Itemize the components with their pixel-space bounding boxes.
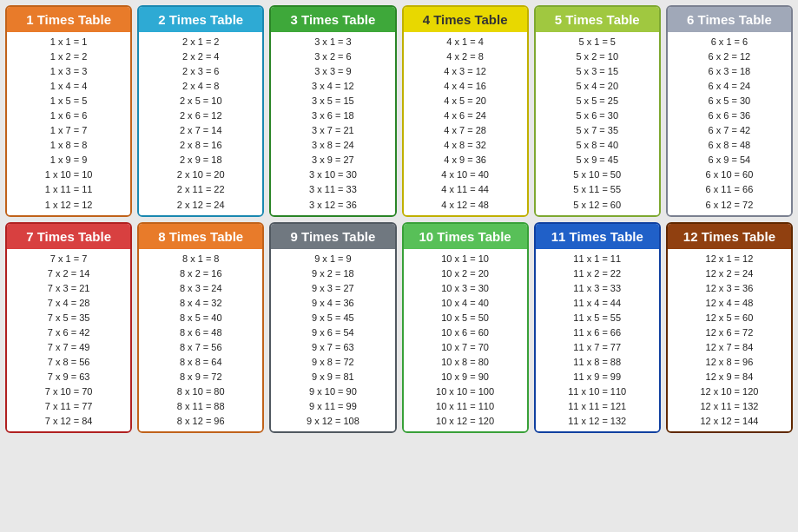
table-row: 6 x 12 = 72 [669, 198, 789, 213]
table-row: 2 x 5 = 10 [141, 94, 261, 108]
table-row: 1 x 7 = 7 [9, 123, 129, 138]
table-row: 2 x 6 = 12 [141, 108, 261, 123]
table-row: 9 x 4 = 36 [273, 296, 392, 311]
table-row: 5 x 6 = 30 [537, 108, 657, 123]
table-card-1: 1 Times Table1 x 1 = 11 x 2 = 21 x 3 = 3… [5, 5, 132, 217]
table-card-12: 12 Times Table12 x 1 = 1212 x 2 = 2412 x… [666, 222, 793, 434]
table-row: 12 x 6 = 72 [669, 325, 789, 340]
table-row: 4 x 9 = 36 [406, 153, 525, 167]
table-row: 8 x 10 = 80 [141, 384, 261, 399]
table-row: 4 x 1 = 4 [406, 35, 525, 49]
table-row: 10 x 12 = 120 [406, 414, 525, 429]
table-card-8: 8 Times Table8 x 1 = 88 x 2 = 168 x 3 = … [137, 222, 264, 434]
table-card-2: 2 Times Table2 x 1 = 22 x 2 = 42 x 3 = 6… [137, 5, 264, 217]
table-row: 5 x 2 = 10 [537, 49, 657, 64]
table-row: 12 x 11 = 132 [669, 399, 789, 414]
table-row: 9 x 6 = 54 [273, 325, 392, 340]
table-row: 2 x 7 = 14 [141, 123, 261, 138]
table-row: 9 x 11 = 99 [273, 399, 392, 414]
table-row: 5 x 12 = 60 [537, 198, 657, 213]
table-row: 6 x 8 = 48 [669, 138, 789, 153]
table-row: 3 x 4 = 12 [273, 79, 392, 94]
table-row: 11 x 10 = 110 [537, 384, 657, 399]
table-row: 8 x 7 = 56 [141, 340, 261, 355]
table-body-6: 6 x 1 = 66 x 2 = 126 x 3 = 186 x 4 = 246… [668, 32, 791, 215]
table-row: 9 x 5 = 45 [273, 311, 392, 325]
table-row: 7 x 7 = 49 [9, 340, 129, 355]
table-row: 5 x 5 = 25 [537, 94, 657, 108]
table-row: 1 x 8 = 8 [9, 138, 129, 153]
table-card-10: 10 Times Table10 x 1 = 1010 x 2 = 2010 x… [402, 222, 529, 434]
table-row: 1 x 3 = 3 [9, 64, 129, 79]
table-header-12: 12 Times Table [668, 224, 791, 249]
table-row: 3 x 3 = 9 [273, 64, 392, 79]
table-row: 3 x 2 = 6 [273, 49, 392, 64]
table-row: 8 x 2 = 16 [141, 266, 261, 281]
table-card-3: 3 Times Table3 x 1 = 33 x 2 = 63 x 3 = 9… [269, 5, 396, 217]
table-row: 2 x 10 = 20 [141, 167, 261, 182]
table-row: 8 x 3 = 24 [141, 281, 261, 296]
table-row: 6 x 3 = 18 [669, 64, 789, 79]
table-row: 5 x 11 = 55 [537, 182, 657, 197]
times-table-grid: 1 Times Table1 x 1 = 11 x 2 = 21 x 3 = 3… [5, 5, 793, 433]
table-row: 4 x 2 = 8 [406, 49, 525, 64]
table-row: 4 x 3 = 12 [406, 64, 525, 79]
table-row: 2 x 2 = 4 [141, 49, 261, 64]
table-row: 1 x 11 = 11 [9, 182, 129, 197]
table-body-8: 8 x 1 = 88 x 2 = 168 x 3 = 248 x 4 = 328… [139, 249, 262, 432]
table-row: 12 x 10 = 120 [669, 384, 789, 399]
table-row: 8 x 6 = 48 [141, 325, 261, 340]
table-row: 12 x 12 = 144 [669, 414, 789, 429]
table-row: 11 x 6 = 66 [537, 325, 657, 340]
table-row: 11 x 2 = 22 [537, 266, 657, 281]
table-row: 2 x 8 = 16 [141, 138, 261, 153]
table-row: 4 x 8 = 32 [406, 138, 525, 153]
table-row: 4 x 7 = 28 [406, 123, 525, 138]
table-row: 3 x 5 = 15 [273, 94, 392, 108]
table-row: 9 x 1 = 9 [273, 252, 392, 266]
table-body-10: 10 x 1 = 1010 x 2 = 2010 x 3 = 3010 x 4 … [404, 249, 527, 432]
table-row: 10 x 8 = 80 [406, 355, 525, 370]
table-row: 6 x 10 = 60 [669, 167, 789, 182]
table-card-6: 6 Times Table6 x 1 = 66 x 2 = 126 x 3 = … [666, 5, 793, 217]
table-body-4: 4 x 1 = 44 x 2 = 84 x 3 = 124 x 4 = 164 … [404, 32, 527, 215]
table-row: 3 x 11 = 33 [273, 182, 392, 197]
table-row: 10 x 2 = 20 [406, 266, 525, 281]
table-header-7: 7 Times Table [7, 224, 130, 249]
table-row: 8 x 8 = 64 [141, 355, 261, 370]
table-row: 6 x 9 = 54 [669, 153, 789, 167]
table-row: 9 x 7 = 63 [273, 340, 392, 355]
table-body-11: 11 x 1 = 1111 x 2 = 2211 x 3 = 3311 x 4 … [536, 249, 659, 432]
table-body-7: 7 x 1 = 77 x 2 = 147 x 3 = 217 x 4 = 287… [7, 249, 130, 432]
table-row: 9 x 3 = 27 [273, 281, 392, 296]
table-row: 8 x 11 = 88 [141, 399, 261, 414]
table-row: 5 x 1 = 5 [537, 35, 657, 49]
table-card-4: 4 Times Table4 x 1 = 44 x 2 = 84 x 3 = 1… [402, 5, 529, 217]
table-row: 4 x 5 = 20 [406, 94, 525, 108]
table-header-10: 10 Times Table [404, 224, 527, 249]
table-header-11: 11 Times Table [536, 224, 659, 249]
table-row: 11 x 5 = 55 [537, 311, 657, 325]
table-row: 10 x 6 = 60 [406, 325, 525, 340]
table-row: 4 x 6 = 24 [406, 108, 525, 123]
table-row: 7 x 4 = 28 [9, 296, 129, 311]
table-row: 6 x 11 = 66 [669, 182, 789, 197]
table-row: 10 x 7 = 70 [406, 340, 525, 355]
table-row: 10 x 11 = 110 [406, 399, 525, 414]
table-row: 3 x 12 = 36 [273, 198, 392, 213]
table-row: 1 x 12 = 12 [9, 198, 129, 213]
table-row: 12 x 1 = 12 [669, 252, 789, 266]
table-row: 1 x 9 = 9 [9, 153, 129, 167]
table-header-9: 9 Times Table [271, 224, 394, 249]
table-row: 12 x 9 = 84 [669, 370, 789, 384]
table-header-3: 3 Times Table [271, 7, 394, 32]
table-row: 4 x 11 = 44 [406, 182, 525, 197]
table-body-12: 12 x 1 = 1212 x 2 = 2412 x 3 = 3612 x 4 … [668, 249, 791, 432]
table-row: 4 x 12 = 48 [406, 198, 525, 213]
table-row: 1 x 4 = 4 [9, 79, 129, 94]
table-row: 1 x 6 = 6 [9, 108, 129, 123]
table-row: 12 x 2 = 24 [669, 266, 789, 281]
table-row: 1 x 1 = 1 [9, 35, 129, 49]
table-row: 11 x 4 = 44 [537, 296, 657, 311]
table-row: 7 x 1 = 7 [9, 252, 129, 266]
